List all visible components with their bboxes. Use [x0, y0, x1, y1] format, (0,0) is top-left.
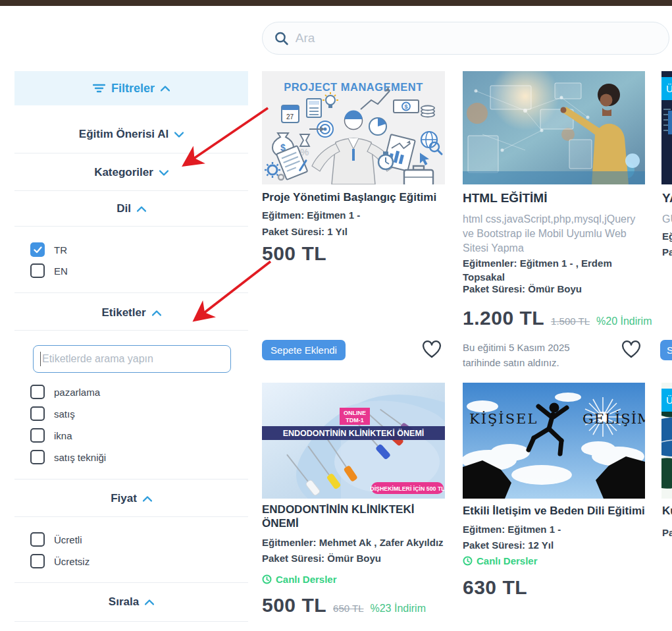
- chevron-down-icon: [174, 132, 184, 138]
- course-duration: Paket Süresi: Ömür Boyu: [262, 553, 381, 564]
- sidebar-item-language[interactable]: Dil: [14, 200, 248, 218]
- checkbox-label: Ücretli: [54, 534, 82, 545]
- course-title-partial[interactable]: YA: [662, 191, 672, 206]
- course-title[interactable]: Proje Yönetimi Başlangıç Eğitimi: [262, 191, 445, 204]
- image-word-right: GELİŞİM: [582, 411, 645, 427]
- course-description-partial: GÜ: [662, 212, 672, 227]
- free-badge: Ü: [661, 77, 672, 100]
- svg-text:$: $: [404, 103, 407, 110]
- checkbox-unchecked[interactable]: [30, 450, 45, 464]
- checkbox-label: ikna: [54, 430, 72, 441]
- course-duration-partial: Pa: [662, 527, 672, 538]
- course-price: 500 TL: [262, 594, 326, 617]
- course-price: 1.200 TL: [463, 307, 544, 329]
- checkbox-row-satis-teknigi[interactable]: satış tekniği: [30, 450, 106, 464]
- filters-header[interactable]: Filtreler: [14, 71, 248, 105]
- sidebar-item-categories[interactable]: Kategoriler: [14, 163, 248, 182]
- search-bar[interactable]: [262, 22, 669, 55]
- course-duration-partial: Pa: [662, 246, 672, 258]
- checkbox-unchecked[interactable]: [30, 263, 45, 278]
- checkbox-row-ucretsiz[interactable]: Ücretsiz: [30, 554, 90, 568]
- checkbox-row-ucretli[interactable]: Ücretli: [30, 532, 82, 547]
- checkbox-unchecked[interactable]: [30, 428, 45, 443]
- checkbox-checked[interactable]: [30, 242, 45, 257]
- checkbox-row-satis[interactable]: satış: [30, 406, 75, 421]
- sidebar-item-suggestion[interactable]: Eğitim Önerisi Al: [14, 125, 248, 144]
- divider: [14, 190, 248, 191]
- chevron-down-icon: [159, 170, 168, 176]
- price-row: 1.200 TL 1.500 TL %20 İndirim: [463, 307, 652, 329]
- sidebar-item-sort[interactable]: Sırala: [14, 593, 248, 611]
- divider: [14, 226, 248, 227]
- course-instructor: Eğitmen: Eğitmen 1 -: [463, 524, 561, 535]
- course-old-price: 1.500 TL: [551, 316, 590, 327]
- course-title[interactable]: Etkili İletişim ve Beden Dili Eğitimi: [463, 505, 645, 518]
- purchased-note: Bu eğitimi 5 Kasım 2025 tarihinde satın …: [463, 340, 598, 371]
- image-word-left: KİŞİSEL: [469, 411, 538, 427]
- divider: [14, 330, 248, 331]
- online-badge-line1: ONLINE: [344, 410, 366, 416]
- checkbox-row-pazarlama[interactable]: pazarlama: [30, 385, 100, 399]
- live-lessons-label: Canlı Dersler: [276, 574, 337, 585]
- checkbox-label: Ücretsiz: [54, 556, 90, 567]
- live-lessons-row: Canlı Dersler: [463, 555, 538, 566]
- checkbox-row-tr[interactable]: TR: [30, 242, 67, 257]
- checkbox-label: satış: [54, 408, 75, 420]
- course-image-endo[interactable]: ONLINE TDM-1 ENDODONTİNİN KLİNİKTEKİ ÖNE…: [262, 383, 445, 499]
- checkbox-unchecked[interactable]: [30, 532, 45, 547]
- course-price: 500 TL: [262, 242, 326, 265]
- course-catalog-page: Filtreler Eğitim Önerisi Al Kategoriler …: [0, 0, 672, 631]
- image-band-title: ENDODONTİNİN KLİNİKTEKİ ÖNEMİ: [283, 428, 425, 438]
- calendar-day-text: 27: [286, 113, 294, 121]
- chevron-up-icon: [161, 86, 170, 92]
- price-filter-label: Fiyat: [111, 492, 137, 505]
- checkbox-label: pazarlama: [54, 387, 100, 398]
- checkbox-label: satış tekniği: [54, 452, 106, 463]
- course-image-project[interactable]: PROJECT MANAGEMENT 27: [262, 71, 445, 184]
- course-title-partial[interactable]: Ku: [662, 505, 672, 518]
- checkbox-row-ikna[interactable]: ikna: [30, 428, 72, 443]
- live-lessons-row: Canlı Dersler: [262, 574, 337, 585]
- categories-label: Kategoriler: [94, 166, 153, 179]
- tag-search-field[interactable]: [33, 345, 231, 373]
- tag-search-input[interactable]: [42, 353, 224, 365]
- filters-title: Filtreler: [111, 82, 155, 96]
- chevron-up-icon: [137, 206, 146, 212]
- top-bar: [0, 0, 672, 6]
- course-image-communication[interactable]: KİŞİSEL GELİŞİM: [463, 383, 645, 499]
- course-title[interactable]: HTML EĞİTİMİ: [463, 191, 645, 206]
- discount-label: %23 İndirim: [370, 603, 425, 615]
- course-instructor: Eğitmen: Eğitmen 1 -: [262, 209, 360, 221]
- added-to-cart-button[interactable]: Sepete Eklendi: [262, 340, 346, 360]
- add-to-cart-button-partial[interactable]: S: [660, 340, 672, 360]
- checkbox-row-en[interactable]: EN: [30, 263, 68, 278]
- image-price-pill: DİŞHEKİMLERİ İÇİN 500 TL: [370, 485, 445, 492]
- tags-label: Etiketler: [101, 306, 145, 319]
- divider: [14, 582, 248, 583]
- sidebar-item-tags[interactable]: Etiketler: [14, 304, 248, 322]
- search-input[interactable]: [296, 31, 657, 45]
- favorite-heart-icon[interactable]: [422, 341, 442, 359]
- checkbox-unchecked[interactable]: [30, 554, 45, 568]
- course-duration: Paket Süresi: 1 Yıl: [262, 226, 348, 237]
- sidebar-item-price[interactable]: Fiyat: [14, 489, 248, 508]
- check-icon: [34, 246, 42, 254]
- course-title[interactable]: ENDODONTİNİN KLİNİKTEKİ ÖNEMİ: [262, 503, 430, 531]
- course-image-html[interactable]: [463, 71, 645, 184]
- course-instructor: Eğitmenler: Eğitmen 1 - , Erdem Topsakal: [463, 256, 621, 284]
- search-icon: [274, 31, 289, 46]
- course-old-price: 650 TL: [333, 603, 363, 614]
- course-duration: Paket Süresi: Ömür Boyu: [463, 283, 582, 294]
- sort-label: Sırala: [109, 595, 139, 609]
- checkbox-unchecked[interactable]: [30, 385, 45, 399]
- online-badge-line2: TDM-1: [346, 417, 364, 424]
- favorite-heart-icon[interactable]: [621, 341, 641, 359]
- divider: [14, 153, 248, 153]
- checkbox-label: TR: [54, 244, 67, 256]
- chevron-up-icon: [145, 599, 154, 605]
- checkbox-unchecked[interactable]: [30, 406, 45, 421]
- divider: [14, 516, 248, 517]
- free-badge: Ü: [661, 389, 672, 412]
- chevron-up-icon: [152, 310, 161, 316]
- language-label: Dil: [116, 202, 131, 215]
